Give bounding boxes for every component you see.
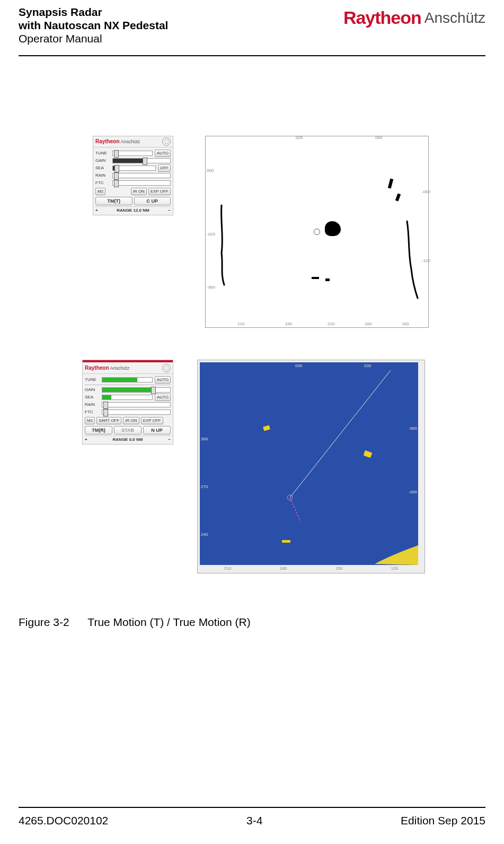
sea-label: SEA (95, 166, 110, 170)
radar-display-bottom: 000 030 -060 -090 300 270 240 (200, 362, 418, 565)
page-footer: 4265.DOC020102 3-4 Edition Sep 2015 (19, 803, 485, 827)
rain-slider[interactable] (112, 173, 171, 178)
range-minus-2[interactable]: − (168, 437, 171, 442)
figure-row-1: Raytheon Anschütz ◯ TUNE AUTO GAIN (93, 136, 485, 328)
footer-doc-id: 4265.DOC020102 (19, 814, 108, 827)
tune-slider-2[interactable] (102, 377, 153, 382)
tm-r-button[interactable]: TM(R) (85, 426, 112, 434)
ftc-label: FTC (95, 180, 110, 185)
figure-block: Raytheon Anschütz ◯ TUNE AUTO GAIN (19, 136, 485, 573)
sea-slider[interactable] (112, 166, 156, 171)
range-row-2: + RANGE 0.0 NM − (85, 436, 171, 442)
sea-slider-2[interactable] (102, 395, 153, 400)
raytheon-logo-text: Raytheon (343, 7, 421, 28)
stab-button[interactable]: STAB (114, 426, 142, 434)
svg-line-1 (290, 498, 300, 521)
rb-bo2: 180 (280, 566, 287, 571)
rb-bo4: 120 (391, 566, 398, 571)
m2-button-2[interactable]: M2 (85, 417, 95, 424)
panel1-header: Raytheon Anschütz ◯ (93, 136, 173, 147)
rb-bottom-scale: 210 180 150 120 (200, 566, 422, 571)
sea-off-button[interactable]: OFF (158, 164, 171, 172)
tune-slider[interactable] (112, 151, 153, 156)
figure-caption: Figure 3-2 True Motion (T) / True Motion… (19, 616, 485, 629)
compass-icon-2: ◯ (162, 364, 171, 372)
c-up-button[interactable]: C UP (134, 197, 171, 205)
target-3 (282, 540, 290, 543)
gain-label: GAIN (95, 158, 110, 163)
panel2-brand-raytheon: Raytheon (85, 365, 109, 371)
range-text-2: RANGE 0.0 NM (89, 437, 167, 442)
range-plus-2[interactable]: + (85, 437, 87, 442)
tm-t-button[interactable]: TM(T) (95, 197, 132, 205)
coastline-svg (206, 136, 428, 327)
panel2-header: Raytheon Anschütz ◯ (83, 363, 173, 374)
ftc-slider-2[interactable] (102, 410, 171, 415)
lines-svg (200, 362, 418, 565)
gain-label-2: GAIN (85, 387, 100, 392)
panel1-brand-raytheon: Raytheon (95, 138, 120, 144)
sart-off-button[interactable]: SART OFF (96, 417, 121, 424)
control-panel-bottom: Raytheon Anschütz ◯ TUNE AUTO GAIN (82, 360, 173, 445)
compass-icon: ◯ (162, 137, 171, 146)
svg-line-0 (290, 370, 391, 498)
radar-display-bottom-wrap: 000 030 -060 -090 300 270 240 (197, 360, 425, 573)
header-title-block: Synapsis Radar with Nautoscan NX Pedesta… (19, 5, 168, 46)
tune-label: TUNE (95, 151, 110, 155)
panel2-brand-anschutz: Anschütz (110, 366, 130, 371)
tune-auto-button-2[interactable]: AUTO (155, 376, 171, 384)
anschutz-logo-text: Anschütz (425, 10, 485, 27)
rain-label: RAIN (95, 173, 110, 178)
gain-slider[interactable] (112, 158, 171, 163)
ir-on-button-2[interactable]: IR ON (123, 417, 139, 424)
range-row-1: + RANGE 12.0 NM − (95, 206, 171, 213)
range-text-1: RANGE 12.0 NM (100, 208, 167, 213)
rb-bo3: 150 (335, 566, 342, 571)
control-panel-top: Raytheon Anschütz ◯ TUNE AUTO GAIN (93, 136, 173, 215)
gain-slider-2[interactable] (102, 387, 171, 393)
rain-label-2: RAIN (85, 402, 100, 407)
footer-edition: Edition Sep 2015 (401, 814, 485, 827)
panel2-redbar (83, 360, 173, 362)
title-line-1: Synapsis Radar (19, 5, 168, 19)
sea-label-2: SEA (85, 395, 100, 399)
title-line-2: with Nautoscan NX Pedestal (19, 19, 168, 32)
tune-label-2: TUNE (85, 377, 100, 382)
rain-slider-2[interactable] (102, 402, 171, 407)
range-plus-1[interactable]: + (95, 208, 98, 213)
header-divider (19, 55, 485, 56)
title-line-3: Operator Manual (19, 32, 168, 45)
tune-auto-button[interactable]: AUTO (155, 150, 171, 157)
sea-auto-button-2[interactable]: AUTO (155, 394, 171, 401)
brand-logo: Raytheon Anschütz (343, 7, 485, 28)
footer-page-number: 3-4 (246, 814, 262, 827)
panel1-brand-anschutz: Anschütz (121, 139, 140, 144)
range-minus-1[interactable]: − (168, 208, 171, 213)
m2-button[interactable]: M2 (95, 188, 105, 195)
ftc-slider[interactable] (112, 180, 171, 186)
page-header: Synapsis Radar with Nautoscan NX Pedesta… (19, 5, 485, 46)
footer-divider (19, 807, 485, 808)
figure-row-2: Raytheon Anschütz ◯ TUNE AUTO GAIN (82, 360, 485, 573)
radar-display-top: 020 060 -060 -120 000 -020 -060 210 240 … (205, 136, 429, 328)
ir-on-button[interactable]: IR ON (131, 188, 147, 195)
figure-text: True Motion (T) / True Motion (R) (87, 616, 250, 628)
rb-bo1: 210 (224, 566, 231, 571)
ftc-label-2: FTC (85, 410, 100, 414)
figure-number: Figure 3-2 (19, 616, 69, 628)
n-up-button[interactable]: N UP (143, 426, 171, 434)
exp-off-button[interactable]: EXP OFF (148, 188, 171, 195)
exp-off-button-2[interactable]: EXP OFF (141, 417, 163, 424)
